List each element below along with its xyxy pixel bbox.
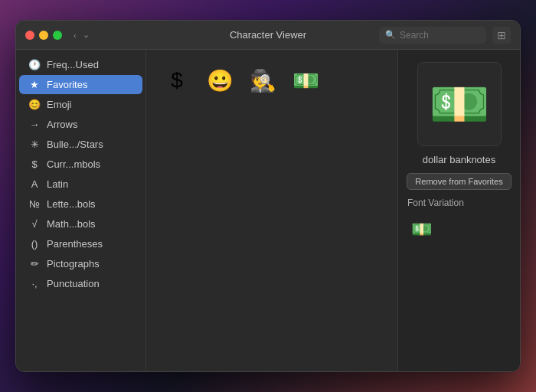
window-body: 🕐Freq...Used★Favorites😊Emoji→Arrows✳Bull… [16, 50, 520, 371]
window-title: Character Viewer [230, 29, 306, 41]
nav-arrows: ‹ ⌄ [71, 28, 92, 41]
sidebar-label-punctuation: Punctuation [47, 278, 100, 289]
sidebar-item-arrows[interactable]: →Arrows [19, 115, 142, 134]
sidebar: 🕐Freq...Used★Favorites😊Emoji→Arrows✳Bull… [16, 50, 146, 371]
sidebar-item-latin[interactable]: ALatin [19, 175, 142, 194]
char-item-detective[interactable]: 🕵 [244, 62, 281, 99]
sidebar-icon-favorites: ★ [28, 79, 41, 90]
minimize-button[interactable] [39, 31, 48, 40]
char-item-smiley[interactable]: 😀 [201, 62, 238, 99]
sidebar-label-emoji: Emoji [47, 99, 72, 110]
back-button[interactable]: ‹ [71, 29, 79, 41]
character-viewer-window: ‹ ⌄ Character Viewer 🔍 ⊞ 🕐Freq...Used★Fa… [15, 20, 521, 372]
maximize-button[interactable] [53, 31, 62, 40]
sidebar-label-letterlike: Lette...bols [47, 198, 96, 210]
sidebar-label-arrows: Arrows [47, 119, 77, 130]
search-input[interactable] [400, 30, 480, 41]
font-variation-item[interactable]: 💵 [407, 216, 435, 243]
sidebar-icon-parentheses: () [28, 238, 41, 250]
sidebar-item-favorites[interactable]: ★Favorites [19, 75, 142, 94]
sidebar-label-pictographs: Pictographs [47, 258, 100, 270]
sidebar-item-freq-used[interactable]: 🕐Freq...Used [19, 55, 142, 74]
sidebar-label-parentheses: Parentheses [47, 238, 103, 250]
sidebar-label-favorites: Favorites [47, 79, 87, 90]
sidebar-item-parentheses[interactable]: ()Parentheses [19, 234, 142, 253]
traffic-lights [25, 31, 62, 40]
grid-view-button[interactable]: ⊞ [492, 27, 511, 44]
font-variation-label: Font Variation [407, 198, 464, 208]
remove-from-favorites-button[interactable]: Remove from Favorites [407, 173, 511, 190]
titlebar: ‹ ⌄ Character Viewer 🔍 ⊞ [16, 21, 520, 50]
sidebar-label-currency: Curr...mbols [47, 158, 100, 170]
font-variations-row: 💵 [407, 216, 435, 243]
sidebar-item-emoji[interactable]: 😊Emoji [19, 95, 142, 114]
char-item-dollar[interactable]: $ [159, 62, 195, 99]
sidebar-item-math[interactable]: √Math...bols [19, 214, 142, 234]
sidebar-icon-latin: A [28, 178, 41, 190]
sidebar-icon-arrows: → [28, 119, 41, 130]
sidebar-icon-bullets: ✳ [28, 139, 41, 150]
content-main: $😀🕵💵 💵 dollar banknotes Remove from Favo… [146, 50, 520, 371]
sidebar-icon-emoji: 😊 [28, 99, 41, 110]
sidebar-item-currency[interactable]: $Curr...mbols [19, 155, 142, 174]
sidebar-icon-pictographs: ✏ [28, 258, 41, 270]
sidebar-label-bullets: Bulle.../Stars [47, 139, 103, 150]
sidebar-icon-freq-used: 🕐 [28, 59, 41, 70]
sidebar-icon-letterlike: № [28, 198, 41, 210]
sidebar-item-letterlike[interactable]: №Lette...bols [19, 194, 142, 214]
sidebar-icon-currency: $ [28, 158, 41, 170]
detail-preview-char: 💵 [429, 76, 490, 133]
detail-preview: 💵 [417, 62, 502, 146]
sidebar-label-freq-used: Freq...Used [47, 59, 99, 70]
chars-grid: $😀🕵💵 [146, 50, 397, 371]
close-button[interactable] [25, 31, 34, 40]
sidebar-item-punctuation[interactable]: ·,Punctuation [19, 274, 142, 293]
search-icon: 🔍 [385, 30, 396, 40]
dropdown-button[interactable]: ⌄ [80, 28, 92, 41]
sidebar-label-math: Math...bols [47, 218, 96, 230]
sidebar-label-latin: Latin [47, 178, 68, 190]
sidebar-icon-punctuation: ·, [28, 278, 41, 289]
sidebar-item-pictographs[interactable]: ✏Pictographs [19, 254, 142, 273]
char-item-moneybag[interactable]: 💵 [287, 62, 324, 99]
sidebar-icon-math: √ [28, 218, 41, 230]
sidebar-item-bullets[interactable]: ✳Bulle.../Stars [19, 135, 142, 154]
detail-panel: 💵 dollar banknotes Remove from Favorites… [397, 50, 520, 371]
font-variation-char: 💵 [411, 220, 432, 240]
search-box: 🔍 [379, 27, 486, 44]
detail-name: dollar banknotes [423, 154, 495, 165]
